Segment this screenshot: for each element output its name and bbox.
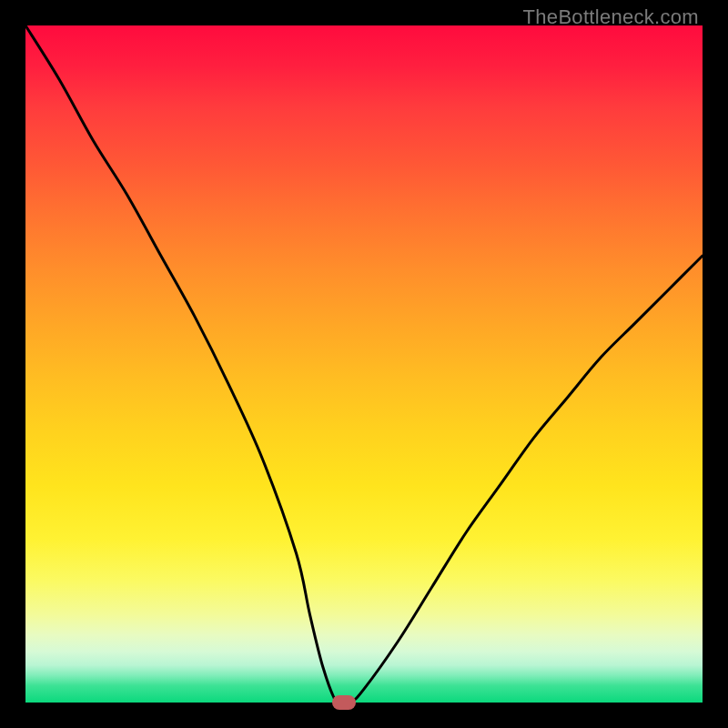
chart-frame: TheBottleneck.com — [0, 0, 728, 728]
optimal-point-marker — [332, 695, 356, 710]
watermark-text: TheBottleneck.com — [523, 5, 699, 29]
plot-area — [25, 25, 703, 703]
curve-path — [25, 25, 703, 703]
bottleneck-curve — [25, 25, 703, 703]
